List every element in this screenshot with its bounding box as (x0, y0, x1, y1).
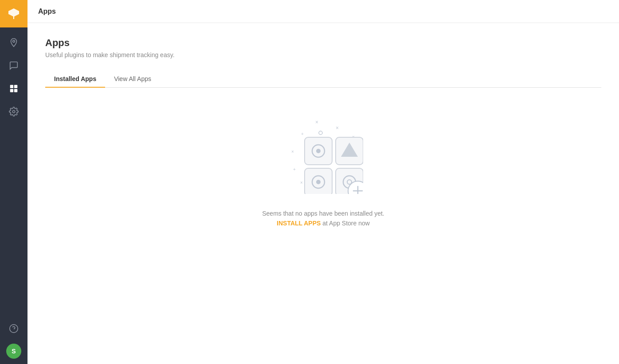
avatar[interactable]: S (6, 344, 21, 359)
sidebar-bottom: S (0, 317, 27, 364)
svg-point-6 (10, 325, 18, 333)
store-text: at App Store now (321, 220, 370, 227)
svg-point-22 (316, 149, 321, 153)
apps-icon (9, 84, 19, 93)
empty-illustration: × × + × × + × + × (283, 114, 363, 194)
sidebar-item-apps[interactable] (0, 77, 27, 100)
svg-text:×: × (300, 180, 303, 185)
sidebar-item-location[interactable] (0, 31, 27, 54)
content-area: Apps Useful plugins to make shipment tra… (27, 23, 619, 364)
svg-rect-3 (10, 89, 13, 92)
sidebar: S (0, 0, 27, 364)
illustration-svg: × × + × × + × + × (283, 114, 363, 194)
logo-icon (7, 7, 21, 21)
empty-install-line: INSTALL APPS at App Store now (262, 220, 384, 227)
sidebar-item-settings[interactable] (0, 100, 27, 123)
svg-point-0 (13, 40, 15, 43)
svg-point-12 (319, 131, 322, 135)
topbar: Apps (27, 0, 619, 23)
svg-point-27 (316, 180, 321, 184)
sidebar-item-help[interactable] (0, 317, 27, 340)
sidebar-logo[interactable] (0, 0, 27, 27)
page-title: Apps (45, 37, 601, 49)
tab-installed-apps[interactable]: Installed Apps (45, 71, 105, 88)
sidebar-item-messages[interactable] (0, 54, 27, 77)
svg-text:×: × (336, 125, 339, 131)
empty-main-text: Seems that no apps have been installed y… (262, 210, 384, 217)
location-icon (9, 38, 19, 47)
svg-text:×: × (315, 119, 318, 125)
empty-state: × × + × × + × + × (45, 88, 601, 247)
tabs-container: Installed Apps View All Apps (45, 71, 601, 88)
help-icon (9, 324, 19, 333)
tab-view-all-apps[interactable]: View All Apps (105, 71, 160, 88)
svg-rect-2 (14, 85, 17, 88)
page-subtitle: Useful plugins to make shipment tracking… (45, 51, 601, 58)
main-wrapper: Apps Apps Useful plugins to make shipmen… (27, 0, 619, 364)
empty-text: Seems that no apps have been installed y… (262, 210, 384, 229)
svg-text:+: + (301, 132, 304, 136)
settings-icon (9, 107, 19, 116)
messages-icon (9, 61, 19, 70)
install-apps-link[interactable]: INSTALL APPS (277, 220, 321, 227)
topbar-title: Apps (38, 8, 56, 15)
svg-rect-1 (10, 85, 13, 88)
svg-rect-4 (14, 89, 17, 92)
svg-point-5 (12, 110, 15, 113)
svg-text:×: × (291, 149, 294, 154)
svg-text:+: + (293, 167, 296, 172)
